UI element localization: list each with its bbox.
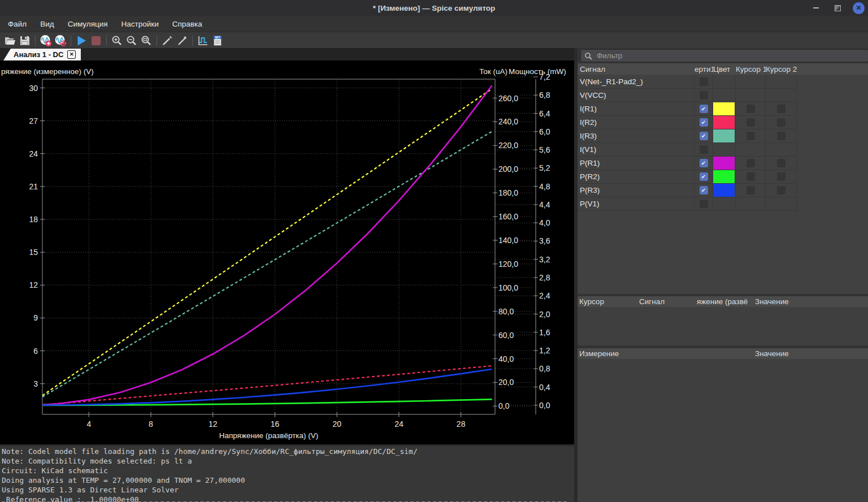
signal-name: I(V1) [578, 142, 695, 157]
zoom-in-button[interactable] [110, 33, 124, 47]
run-simulation-button[interactable] [74, 33, 89, 47]
signal-row-I(V1)[interactable]: I(V1) [578, 142, 868, 156]
menu-item-2[interactable]: Симуляция [61, 18, 115, 31]
signals-table-header[interactable]: Сигналерти1ЦветКурсор 1Курсор 2 [578, 63, 868, 75]
signals-column-header-0[interactable]: Сигнал [578, 65, 695, 73]
signals-column-header-1[interactable]: ерти1 [695, 65, 713, 73]
tab-label: Анализ 1 - DC [14, 50, 63, 59]
toolbar: NET [0, 32, 868, 49]
tune-button[interactable] [175, 33, 189, 47]
svg-text:1,6: 1,6 [539, 328, 550, 337]
signal-row-V(VCC)[interactable]: V(VCC) [578, 88, 868, 102]
svg-text:18: 18 [29, 215, 38, 224]
add-plot-button[interactable] [196, 33, 210, 47]
signal-color-swatch[interactable] [713, 170, 735, 183]
signal-cursor1-checkbox[interactable] [747, 159, 755, 167]
signal-cursor2-checkbox[interactable] [777, 159, 785, 167]
filter-input[interactable] [596, 51, 841, 60]
signal-cursor2-checkbox[interactable] [777, 132, 785, 140]
cursors-column-header-2[interactable]: яжение (развё [695, 297, 753, 306]
signal-row-I(R1)[interactable]: I(R1)✔ [578, 102, 868, 115]
series-I(R2) [42, 366, 492, 405]
close-button[interactable]: ✕ [853, 2, 865, 14]
signal-show-checkbox[interactable]: ✔ [700, 172, 708, 181]
tab-analysis-dc[interactable]: Анализ 1 - DC ✕ [3, 49, 81, 60]
menu-item-0[interactable]: Файл [1, 18, 33, 31]
search-icon [584, 52, 592, 60]
signal-row-P(R3)[interactable]: P(R3)✔ [578, 183, 868, 197]
signals-column-header-2[interactable]: Цвет [713, 65, 736, 73]
signal-cursor1-checkbox[interactable] [747, 105, 755, 113]
cursors-column-header-1[interactable]: Сигнал [637, 297, 695, 306]
signal-row-I(R2)[interactable]: I(R2)✔ [578, 115, 868, 129]
svg-text:15: 15 [29, 248, 38, 257]
svg-text:0,8: 0,8 [539, 364, 550, 373]
signal-name: P(R2) [578, 170, 695, 184]
svg-text:20,0: 20,0 [498, 378, 514, 387]
measurements-table-body[interactable] [578, 359, 868, 502]
save-workbook-button[interactable] [18, 33, 32, 47]
signal-row-P(V1)[interactable]: P(V1) [578, 197, 868, 210]
signal-cursor2-checkbox[interactable] [777, 172, 785, 181]
signal-row-V(Net-_R1-Pad2_)[interactable]: V(Net-_R1-Pad2_) [578, 75, 868, 88]
new-analysis-button[interactable] [38, 33, 53, 47]
signal-show-checkbox[interactable]: ✔ [700, 186, 708, 194]
cursors-column-header-3[interactable]: Значение [753, 297, 868, 306]
signal-cursor2-checkbox[interactable] [777, 118, 785, 127]
zoom-fit-button[interactable] [139, 33, 154, 47]
signal-name: I(R2) [578, 115, 695, 129]
measurements-column-header-1[interactable]: Значение [753, 349, 868, 358]
signal-color-swatch[interactable] [713, 184, 735, 197]
probe-button[interactable] [160, 33, 175, 47]
restore-button[interactable] [831, 2, 844, 14]
signal-cursor1-checkbox[interactable] [747, 186, 755, 194]
menu-item-3[interactable]: Настройки [115, 18, 166, 31]
signal-cursor2-checkbox[interactable] [777, 105, 785, 113]
tune-icon [176, 35, 188, 46]
signal-row-I(R3)[interactable]: I(R3)✔ [578, 129, 868, 142]
sim-settings-icon [54, 34, 67, 47]
signal-color-swatch[interactable] [713, 102, 735, 115]
signal-show-checkbox[interactable]: ✔ [700, 105, 708, 113]
signal-cursor1-checkbox[interactable] [747, 172, 755, 181]
show-netlist-button[interactable]: NET [210, 33, 225, 47]
signal-show-checkbox[interactable] [700, 145, 708, 154]
signals-column-header-3[interactable]: Курсор 1 [736, 65, 766, 73]
svg-text:140,0: 140,0 [498, 236, 518, 245]
zoom-out-button[interactable] [124, 33, 139, 47]
signal-show-checkbox[interactable]: ✔ [700, 132, 708, 140]
chart-svg[interactable]: 369121518212427300,020,040,060,080,0100,… [0, 60, 574, 444]
svg-text:3,6: 3,6 [539, 236, 550, 245]
signal-show-checkbox[interactable] [700, 91, 708, 99]
signal-color-swatch[interactable] [713, 116, 735, 129]
open-workbook-button[interactable] [3, 33, 18, 47]
minimize-button[interactable] [810, 2, 822, 14]
signal-cursor2-checkbox[interactable] [777, 186, 785, 194]
svg-text:40,0: 40,0 [498, 354, 514, 363]
signal-cursor1-checkbox[interactable] [747, 118, 755, 127]
tab-close-icon[interactable]: ✕ [67, 50, 76, 59]
plot-area[interactable]: 369121518212427300,020,040,060,080,0100,… [0, 60, 574, 444]
menu-item-4[interactable]: Справка [166, 18, 209, 31]
stop-simulation-button[interactable] [89, 33, 103, 47]
signal-show-checkbox[interactable] [700, 200, 708, 208]
svg-text:12: 12 [29, 280, 38, 289]
signal-show-checkbox[interactable] [700, 77, 708, 86]
simulation-console[interactable]: Note: Codel model file loading path is /… [0, 446, 576, 502]
menu-item-1[interactable]: Вид [33, 18, 60, 31]
signal-show-checkbox[interactable]: ✔ [700, 159, 708, 167]
signals-column-header-4[interactable]: Курсор 2 [766, 65, 797, 73]
simulation-settings-button[interactable] [53, 33, 68, 47]
filter-field[interactable] [580, 49, 868, 62]
measurements-column-header-0[interactable]: Измерение [578, 349, 753, 358]
signal-show-checkbox[interactable]: ✔ [700, 118, 708, 127]
cursors-table-header[interactable]: КурсорСигналяжение (развёЗначение [578, 296, 868, 307]
signal-color-swatch[interactable] [713, 129, 735, 142]
signal-row-P(R1)[interactable]: P(R1)✔ [578, 156, 868, 170]
signal-row-P(R2)[interactable]: P(R2)✔ [578, 170, 868, 183]
svg-text:Мощность (mW): Мощность (mW) [509, 67, 566, 76]
measurements-table-header[interactable]: ИзмерениеЗначение [578, 348, 868, 359]
signal-color-swatch[interactable] [713, 157, 735, 170]
signal-cursor1-checkbox[interactable] [747, 132, 755, 140]
cursors-column-header-0[interactable]: Курсор [578, 297, 637, 306]
